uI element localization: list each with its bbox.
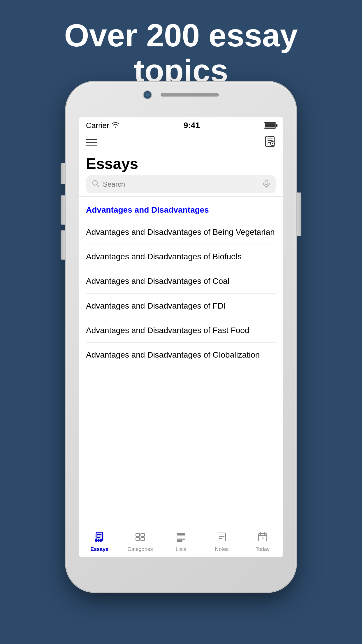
categories-tab-icon [135,532,145,545]
list-item[interactable]: Advantages and Disadvantages of Being Ve… [86,220,276,244]
tab-categories[interactable]: Categories [126,532,155,552]
tab-today[interactable]: 17 Today [248,532,277,552]
search-bar[interactable] [86,175,276,193]
hamburger-menu-button[interactable] [86,139,97,146]
hero-title: Over 200 essay topics [17,18,345,88]
tab-lists[interactable]: Lists [166,532,196,552]
svg-rect-22 [136,538,140,540]
today-tab-label: Today [256,546,270,552]
svg-rect-1 [267,136,268,146]
svg-rect-26 [177,538,185,539]
list-item[interactable]: Advantages and Disadvantages of Biofuels [86,244,276,269]
battery-fill-level [265,123,275,127]
svg-rect-21 [141,533,145,536]
status-time: 9:41 [184,121,200,130]
microphone-icon[interactable] [263,179,270,189]
categories-tab-label: Categories [127,546,153,552]
lists-tab-label: Lists [175,546,186,552]
list-item[interactable]: Advantages and Disadvantages of Fast Foo… [86,318,276,343]
notes-tab-label: Notes [215,546,229,552]
earpiece-speaker [161,93,219,97]
svg-rect-25 [177,536,185,537]
search-area [79,175,283,196]
today-tab-icon: 17 [257,532,268,545]
front-camera-area [143,90,219,99]
content-list: Advantages and Disadvantages Advantages … [79,197,283,528]
tab-bar: Essays Categories [79,528,283,557]
search-icon [92,180,99,189]
lists-tab-icon [176,532,186,545]
section-header[interactable]: Advantages and Disadvantages [86,202,276,220]
svg-rect-19 [100,539,102,542]
carrier-label: Carrier [86,121,120,130]
tab-notes[interactable]: Notes [207,532,236,552]
svg-rect-18 [98,539,99,542]
hamburger-line-3 [86,145,97,146]
essays-tab-icon [94,532,105,545]
list-item[interactable]: Advantages and Disadvantages of FDI [86,294,276,318]
svg-line-9 [97,185,99,187]
svg-rect-10 [265,180,268,185]
tab-essays[interactable]: Essays [85,532,114,552]
svg-rect-27 [177,540,182,542]
volume-up-button[interactable] [61,195,65,225]
phone-body: Carrier 9:41 [66,82,296,592]
mute-button[interactable] [61,163,65,184]
notes-tab-icon [217,532,227,545]
battery-icon [264,122,276,129]
battery-indicator [264,122,276,129]
essays-tab-label: Essays [90,546,108,552]
power-button[interactable] [297,192,301,236]
svg-rect-17 [95,539,97,542]
page-title: Essays [86,155,276,172]
page-title-area: Essays [79,153,283,175]
wifi-icon [111,121,120,130]
svg-rect-23 [141,538,145,540]
volume-down-button[interactable] [61,230,65,260]
phone-screen: Carrier 9:41 [79,117,283,557]
book-icon[interactable] [264,135,276,150]
front-camera-lens [143,90,152,99]
phone-frame: Carrier 9:41 [66,82,296,592]
list-item[interactable]: Advantages and Disadvantages of Globaliz… [86,343,276,367]
svg-text:17: 17 [261,536,265,540]
hamburger-line-1 [86,139,97,140]
status-bar: Carrier 9:41 [79,117,283,132]
svg-rect-20 [136,533,140,536]
list-item[interactable]: Advantages and Disadvantages of Coal [86,269,276,293]
search-input[interactable] [103,180,259,188]
app-nav-bar [79,132,283,153]
hamburger-line-2 [86,142,97,143]
svg-rect-24 [177,533,185,535]
